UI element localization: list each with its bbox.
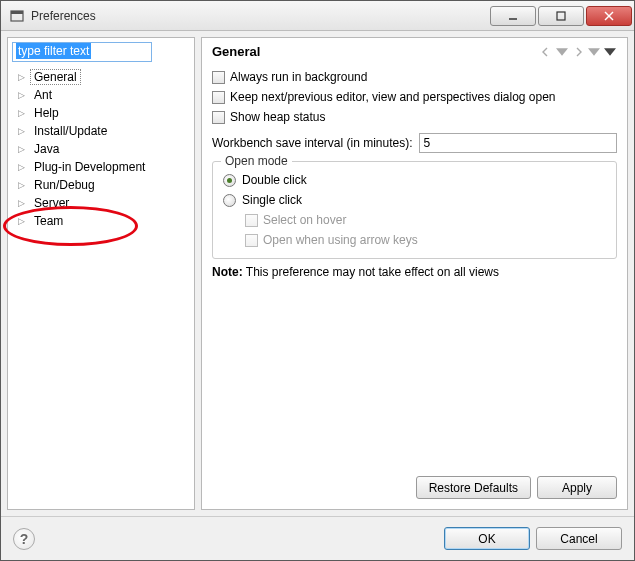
single-click-radio[interactable]	[223, 194, 236, 207]
note-text: This preference may not take effect on a…	[246, 265, 499, 279]
forward-icon[interactable]	[571, 45, 585, 59]
arrow-open-label: Open when using arrow keys	[263, 233, 418, 247]
forward-menu-icon[interactable]	[587, 45, 601, 59]
open-mode-legend: Open mode	[221, 154, 292, 168]
note-prefix: Note:	[212, 265, 243, 279]
background-label: Always run in background	[230, 70, 367, 84]
note-row: Note: This preference may not take effec…	[212, 265, 617, 279]
page-header: General	[202, 38, 627, 63]
tree-item-run-debug[interactable]: ▷ Run/Debug	[8, 176, 194, 194]
tree-label: Help	[30, 106, 63, 120]
double-click-radio[interactable]	[223, 174, 236, 187]
maximize-button[interactable]	[538, 6, 584, 26]
window-icon	[9, 8, 25, 24]
page-nav	[539, 45, 617, 59]
content-area: type filter text ▷ General ▷ Ant ▷ Help …	[1, 31, 634, 516]
restore-defaults-button[interactable]: Restore Defaults	[416, 476, 531, 499]
select-hover-checkbox	[245, 214, 258, 227]
heap-status-label: Show heap status	[230, 110, 325, 124]
heap-status-checkbox[interactable]	[212, 111, 225, 124]
tree-label: Install/Update	[30, 124, 111, 138]
back-menu-icon[interactable]	[555, 45, 569, 59]
tree-item-team[interactable]: ▷ Team	[8, 212, 194, 230]
help-icon[interactable]: ?	[13, 528, 35, 550]
page-body: Always run in background Keep next/previ…	[202, 63, 627, 470]
tree-label: Ant	[30, 88, 56, 102]
apply-button[interactable]: Apply	[537, 476, 617, 499]
cancel-button[interactable]: Cancel	[536, 527, 622, 550]
expand-icon[interactable]: ▷	[18, 108, 28, 118]
back-icon[interactable]	[539, 45, 553, 59]
radio-row: Double click	[223, 170, 606, 190]
checkbox-row: Show heap status	[212, 107, 617, 127]
expand-icon[interactable]: ▷	[18, 162, 28, 172]
radio-row: Single click	[223, 190, 606, 210]
page-buttons: Restore Defaults Apply	[202, 470, 627, 509]
svg-rect-3	[557, 12, 565, 20]
interval-input[interactable]	[419, 133, 617, 153]
interval-label: Workbench save interval (in minutes):	[212, 136, 413, 150]
tree-label: Plug-in Development	[30, 160, 149, 174]
tree-item-install-update[interactable]: ▷ Install/Update	[8, 122, 194, 140]
expand-icon[interactable]: ▷	[18, 180, 28, 190]
preferences-window: Preferences type filter text ▷ General	[0, 0, 635, 561]
tree-item-java[interactable]: ▷ Java	[8, 140, 194, 158]
page-title: General	[212, 44, 539, 59]
double-click-label: Double click	[242, 173, 307, 187]
keep-dialog-label: Keep next/previous editor, view and pers…	[230, 90, 556, 104]
background-checkbox[interactable]	[212, 71, 225, 84]
open-mode-group: Open mode Double click Single click Sele…	[212, 161, 617, 259]
titlebar: Preferences	[1, 1, 634, 31]
svg-rect-1	[11, 11, 23, 14]
expand-icon[interactable]: ▷	[18, 90, 28, 100]
keep-dialog-checkbox[interactable]	[212, 91, 225, 104]
interval-row: Workbench save interval (in minutes):	[212, 133, 617, 153]
expand-icon[interactable]: ▷	[18, 126, 28, 136]
tree-label: Server	[30, 196, 73, 210]
checkbox-row: Select on hover	[245, 210, 606, 230]
checkbox-row: Keep next/previous editor, view and pers…	[212, 87, 617, 107]
tree-label: Run/Debug	[30, 178, 99, 192]
checkbox-row: Always run in background	[212, 67, 617, 87]
tree-item-general[interactable]: ▷ General	[8, 68, 194, 86]
tree-item-server[interactable]: ▷ Server	[8, 194, 194, 212]
tree-item-ant[interactable]: ▷ Ant	[8, 86, 194, 104]
window-title: Preferences	[31, 9, 488, 23]
arrow-open-checkbox	[245, 234, 258, 247]
filter-placeholder: type filter text	[16, 43, 91, 59]
expand-icon[interactable]: ▷	[18, 216, 28, 226]
view-menu-icon[interactable]	[603, 45, 617, 59]
expand-icon[interactable]: ▷	[18, 198, 28, 208]
select-hover-label: Select on hover	[263, 213, 346, 227]
minimize-button[interactable]	[490, 6, 536, 26]
tree-item-plugin-dev[interactable]: ▷ Plug-in Development	[8, 158, 194, 176]
expand-icon[interactable]: ▷	[18, 144, 28, 154]
tree-item-help[interactable]: ▷ Help	[8, 104, 194, 122]
right-pane: General Always run in background Keep ne…	[201, 37, 628, 510]
expand-icon[interactable]: ▷	[18, 72, 28, 82]
tree-label: Java	[30, 142, 63, 156]
category-tree[interactable]: ▷ General ▷ Ant ▷ Help ▷ Install/Update …	[8, 66, 194, 509]
window-buttons	[488, 6, 632, 26]
tree-label: Team	[30, 214, 67, 228]
ok-button[interactable]: OK	[444, 527, 530, 550]
close-button[interactable]	[586, 6, 632, 26]
left-pane: type filter text ▷ General ▷ Ant ▷ Help …	[7, 37, 195, 510]
single-click-label: Single click	[242, 193, 302, 207]
footer: ? OK Cancel	[1, 516, 634, 560]
tree-label: General	[30, 69, 81, 85]
filter-input[interactable]: type filter text	[12, 42, 152, 62]
checkbox-row: Open when using arrow keys	[245, 230, 606, 250]
